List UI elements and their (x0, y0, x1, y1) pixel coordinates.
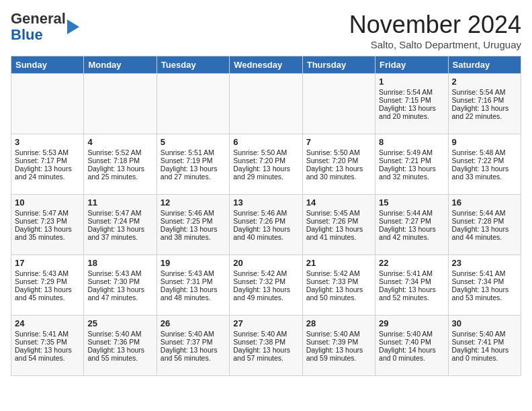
day-number: 24 (15, 318, 80, 328)
day-info-line: Daylight: 13 hours (233, 165, 298, 173)
day-info-line: Sunrise: 5:54 AM (452, 88, 517, 96)
day-info-line: and 53 minutes. (452, 293, 517, 302)
calendar-day-cell: 15Sunrise: 5:44 AMSunset: 7:27 PMDayligh… (375, 195, 448, 255)
calendar-day-cell: 11Sunrise: 5:47 AMSunset: 7:24 PMDayligh… (84, 195, 157, 255)
day-number: 11 (87, 197, 152, 208)
calendar-week-row: 3Sunrise: 5:53 AMSunset: 7:17 PMDaylight… (11, 134, 521, 195)
calendar-day-cell: 5Sunrise: 5:51 AMSunset: 7:19 PMDaylight… (157, 134, 229, 195)
day-number: 28 (306, 318, 371, 328)
day-info-line: Sunrise: 5:41 AM (379, 269, 444, 277)
column-header-tuesday: Tuesday (157, 56, 229, 74)
day-info-line: Sunrise: 5:40 AM (87, 330, 152, 338)
day-info-line: Daylight: 13 hours (87, 285, 152, 293)
calendar-week-row: 1Sunrise: 5:54 AMSunset: 7:15 PMDaylight… (11, 74, 521, 134)
day-info-line: Sunrise: 5:40 AM (452, 330, 517, 338)
day-info-line: and 52 minutes. (379, 293, 444, 302)
calendar-day-cell: 29Sunrise: 5:40 AMSunset: 7:40 PMDayligh… (375, 316, 448, 376)
day-number: 18 (87, 258, 152, 268)
day-info-line: Sunset: 7:27 PM (379, 217, 444, 225)
day-info-line: Sunrise: 5:40 AM (379, 330, 444, 338)
calendar-day-cell: 18Sunrise: 5:43 AMSunset: 7:30 PMDayligh… (84, 255, 157, 316)
day-info-line: Daylight: 14 hours (452, 346, 517, 354)
location-subtitle: Salto, Salto Department, Uruguay (349, 39, 521, 50)
day-info-line: Daylight: 13 hours (452, 225, 517, 233)
day-info-line: Daylight: 13 hours (233, 285, 298, 293)
header: General Blue November 2024 Salto, Salto … (11, 11, 521, 50)
day-info-line: Sunrise: 5:42 AM (306, 269, 371, 277)
day-info-line: Daylight: 13 hours (233, 225, 298, 233)
day-info-line: Sunset: 7:23 PM (15, 217, 80, 225)
day-info-line: Sunrise: 5:40 AM (233, 330, 298, 338)
day-info-line: Sunrise: 5:46 AM (233, 209, 298, 217)
calendar-day-cell: 28Sunrise: 5:40 AMSunset: 7:39 PMDayligh… (302, 316, 375, 376)
day-info-line: Sunset: 7:34 PM (452, 277, 517, 285)
day-number: 14 (306, 197, 371, 208)
day-info-line: Sunset: 7:21 PM (379, 156, 444, 165)
day-info-line: Sunset: 7:34 PM (379, 277, 444, 285)
day-info-line: Daylight: 13 hours (306, 165, 371, 173)
day-number: 7 (306, 137, 371, 147)
day-info-line: Sunset: 7:17 PM (15, 156, 80, 165)
day-info-line: and 22 minutes. (452, 112, 517, 120)
day-info-line: Sunset: 7:20 PM (233, 156, 298, 165)
day-info-line: Sunset: 7:26 PM (233, 217, 298, 225)
calendar: SundayMondayTuesdayWednesdayThursdayFrid… (11, 56, 521, 376)
calendar-header-row: SundayMondayTuesdayWednesdayThursdayFrid… (11, 56, 521, 74)
day-info-line: and 40 minutes. (233, 233, 298, 241)
day-info-line: Sunset: 7:22 PM (452, 156, 517, 165)
day-info-line: Sunrise: 5:50 AM (233, 148, 298, 156)
day-info-line: and 0 minutes. (379, 354, 444, 362)
column-header-monday: Monday (84, 56, 157, 74)
day-info-line: Sunrise: 5:50 AM (306, 148, 371, 156)
day-number: 10 (15, 197, 80, 208)
day-info-line: and 49 minutes. (233, 293, 298, 302)
day-info-line: Sunset: 7:38 PM (233, 338, 298, 346)
day-info-line: Sunset: 7:29 PM (15, 277, 80, 285)
month-title: November 2024 (349, 11, 521, 39)
day-info-line: and 27 minutes. (161, 173, 226, 181)
day-number: 15 (379, 197, 444, 208)
day-number: 22 (379, 258, 444, 268)
calendar-day-cell: 22Sunrise: 5:41 AMSunset: 7:34 PMDayligh… (375, 255, 448, 316)
day-number: 17 (15, 258, 80, 268)
day-info-line: and 38 minutes. (161, 233, 226, 241)
day-info-line: Sunset: 7:24 PM (87, 217, 152, 225)
calendar-day-cell: 23Sunrise: 5:41 AMSunset: 7:34 PMDayligh… (448, 255, 521, 316)
day-info-line: and 25 minutes. (87, 173, 152, 181)
day-info-line: Sunrise: 5:44 AM (452, 209, 517, 217)
day-info-line: Daylight: 13 hours (452, 285, 517, 293)
calendar-day-cell: 1Sunrise: 5:54 AMSunset: 7:15 PMDaylight… (375, 74, 448, 134)
column-header-thursday: Thursday (302, 56, 375, 74)
calendar-empty-cell (157, 74, 229, 134)
calendar-day-cell: 6Sunrise: 5:50 AMSunset: 7:20 PMDaylight… (230, 134, 302, 195)
calendar-day-cell: 27Sunrise: 5:40 AMSunset: 7:38 PMDayligh… (230, 316, 302, 376)
day-info-line: and 59 minutes. (306, 354, 371, 362)
day-info-line: Daylight: 13 hours (306, 225, 371, 233)
day-number: 3 (15, 137, 80, 147)
day-number: 13 (233, 197, 298, 208)
day-info-line: Sunrise: 5:54 AM (379, 88, 444, 96)
calendar-day-cell: 2Sunrise: 5:54 AMSunset: 7:16 PMDaylight… (448, 74, 521, 134)
day-number: 6 (233, 137, 298, 147)
title-area: November 2024 Salto, Salto Department, U… (349, 11, 521, 50)
day-info-line: Sunset: 7:15 PM (379, 96, 444, 104)
day-info-line: Sunrise: 5:40 AM (306, 330, 371, 338)
day-number: 5 (161, 137, 226, 147)
day-info-line: Daylight: 13 hours (379, 104, 444, 112)
day-number: 23 (452, 258, 517, 268)
day-info-line: Sunrise: 5:42 AM (233, 269, 298, 277)
day-info-line: Sunrise: 5:49 AM (379, 148, 444, 156)
day-info-line: Sunrise: 5:47 AM (87, 209, 152, 217)
day-info-line: and 37 minutes. (87, 233, 152, 241)
day-number: 27 (233, 318, 298, 328)
day-info-line: and 41 minutes. (306, 233, 371, 241)
day-info-line: and 48 minutes. (161, 293, 226, 302)
day-info-line: Daylight: 13 hours (161, 285, 226, 293)
day-number: 29 (379, 318, 444, 328)
day-info-line: and 44 minutes. (452, 233, 517, 241)
day-number: 4 (87, 137, 152, 147)
day-info-line: Daylight: 13 hours (233, 346, 298, 354)
day-info-line: and 45 minutes. (15, 293, 80, 302)
day-info-line: and 42 minutes. (379, 233, 444, 241)
day-number: 8 (379, 137, 444, 147)
